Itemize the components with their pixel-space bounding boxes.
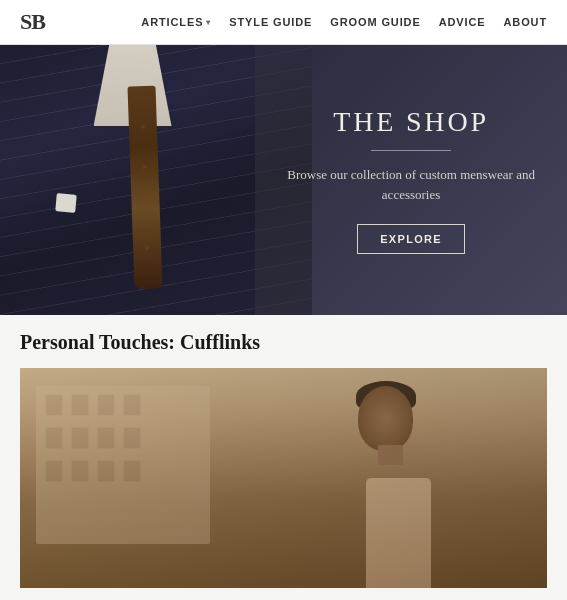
nav-about[interactable]: ABOUT — [503, 16, 547, 28]
site-logo[interactable]: SB — [20, 9, 45, 35]
nav-groom-guide[interactable]: GROOM GUIDE — [330, 16, 420, 28]
hero-banner: THE SHOP Browse our collection of custom… — [0, 45, 567, 315]
hero-divider — [371, 150, 451, 151]
main-nav: ARTICLES ▾ STYLE GUIDE GROOM GUIDE ADVIC… — [141, 16, 547, 28]
nav-advice[interactable]: ADVICE — [439, 16, 486, 28]
nav-style-guide[interactable]: STYLE GUIDE — [229, 16, 312, 28]
hero-title: THE SHOP — [333, 106, 488, 138]
hero-overlay: THE SHOP Browse our collection of custom… — [255, 45, 567, 315]
hero-subtitle: Browse our collection of custom menswear… — [285, 165, 537, 204]
article-image[interactable] — [20, 368, 547, 588]
site-header: SB ARTICLES ▾ STYLE GUIDE GROOM GUIDE AD… — [0, 0, 567, 45]
article-section: Personal Touches: Cufflinks — [0, 315, 567, 588]
article-heading: Personal Touches: Cufflinks — [20, 331, 547, 354]
articles-arrow-icon: ▾ — [206, 18, 211, 27]
warm-overlay — [20, 368, 547, 588]
articles-label: ARTICLES — [141, 16, 203, 28]
hero-explore-button[interactable]: EXPLORE — [357, 224, 465, 254]
nav-articles[interactable]: ARTICLES ▾ — [141, 16, 211, 28]
pocket-square — [55, 193, 76, 213]
